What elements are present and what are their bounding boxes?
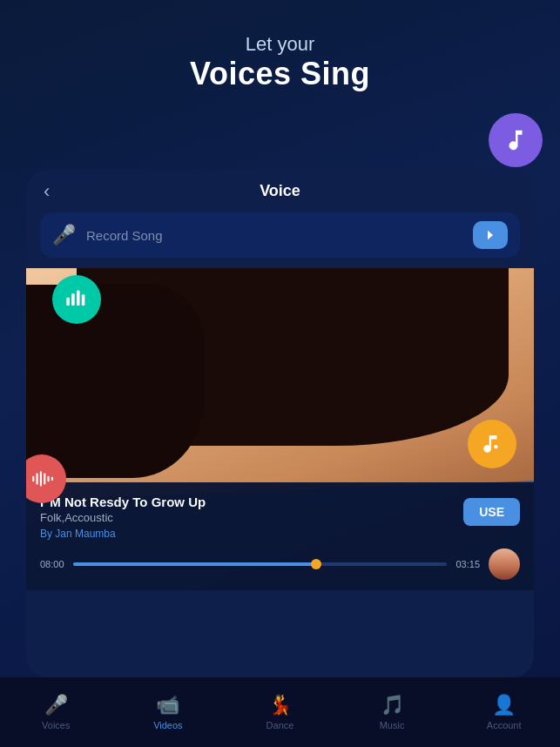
song-title: I"M Not Resdy To Grow Up bbox=[40, 495, 453, 509]
header-title: Voices Sing bbox=[0, 56, 560, 92]
voices-icon: 🎤 bbox=[44, 694, 68, 717]
arrow-right-icon bbox=[482, 227, 498, 243]
eq-button[interactable] bbox=[52, 275, 101, 324]
svg-rect-11 bbox=[51, 477, 53, 481]
bottom-navigation: 🎤 Voices 📹 Videos 💃 Dance 🎵 Music 👤 Acco… bbox=[0, 677, 560, 747]
person-area: I"M Not Resdy To Grow Up Folk,Accoustic … bbox=[26, 268, 534, 590]
progress-thumb bbox=[311, 559, 321, 569]
back-button[interactable]: ‹ bbox=[44, 180, 50, 203]
song-genre: Folk,Accoustic bbox=[40, 511, 453, 524]
record-row[interactable]: 🎤 Record Song bbox=[40, 212, 520, 258]
nav-item-account[interactable]: 👤 Account bbox=[448, 694, 560, 730]
song-info-card: I"M Not Resdy To Grow Up Folk,Accoustic … bbox=[26, 482, 534, 590]
nav-label-voices: Voices bbox=[42, 720, 70, 730]
header-subtitle: Let your bbox=[0, 33, 560, 56]
use-button[interactable]: USE bbox=[463, 498, 520, 526]
music-note-icon bbox=[503, 127, 529, 153]
music-float-button[interactable] bbox=[468, 420, 516, 468]
nav-label-account: Account bbox=[487, 720, 522, 730]
dance-icon: 💃 bbox=[268, 694, 292, 717]
progress-fill bbox=[73, 562, 316, 566]
time-start: 08:00 bbox=[40, 559, 64, 569]
nav-label-dance: Dance bbox=[267, 720, 294, 730]
avatar-thumbnail bbox=[489, 548, 520, 580]
progress-row: 08:00 03:15 bbox=[40, 548, 520, 580]
nav-item-dance[interactable]: 💃 Dance bbox=[224, 694, 336, 730]
equalizer-icon bbox=[64, 287, 89, 312]
svg-rect-7 bbox=[37, 474, 38, 485]
videos-icon: 📹 bbox=[156, 694, 179, 717]
progress-track[interactable] bbox=[73, 562, 448, 566]
music-float-icon bbox=[481, 433, 503, 455]
main-card: ‹ Voice 🎤 Record Song bbox=[26, 170, 534, 677]
music-icon: 🎵 bbox=[381, 694, 404, 717]
song-details: I"M Not Resdy To Grow Up Folk,Accoustic … bbox=[40, 495, 453, 540]
svg-rect-10 bbox=[48, 476, 50, 482]
nav-item-music[interactable]: 🎵 Music bbox=[336, 694, 449, 730]
waveform-icon bbox=[30, 468, 53, 490]
time-end: 03:15 bbox=[455, 559, 480, 569]
avatar-image bbox=[489, 548, 520, 580]
song-info-top: I"M Not Resdy To Grow Up Folk,Accoustic … bbox=[40, 495, 520, 540]
svg-point-4 bbox=[485, 447, 489, 450]
song-author: By Jan Maumba bbox=[40, 528, 453, 540]
account-icon: 👤 bbox=[492, 694, 516, 717]
card-header: ‹ Voice bbox=[26, 170, 534, 212]
svg-rect-1 bbox=[71, 293, 75, 306]
app-header: Let your Voices Sing bbox=[0, 0, 560, 92]
record-label: Record Song bbox=[86, 228, 462, 243]
card-title: Voice bbox=[260, 182, 300, 200]
svg-rect-8 bbox=[40, 471, 42, 486]
nav-item-videos[interactable]: 📹 Videos bbox=[112, 694, 225, 730]
svg-rect-9 bbox=[44, 474, 45, 485]
nav-label-videos: Videos bbox=[153, 720, 182, 730]
nav-item-voices[interactable]: 🎤 Voices bbox=[0, 694, 112, 730]
mic-icon: 🎤 bbox=[52, 224, 76, 246]
nav-label-music: Music bbox=[380, 720, 405, 730]
svg-rect-0 bbox=[66, 298, 70, 306]
svg-point-5 bbox=[494, 445, 497, 448]
svg-rect-3 bbox=[82, 294, 85, 306]
svg-rect-6 bbox=[32, 476, 34, 482]
record-arrow-button[interactable] bbox=[473, 221, 508, 249]
music-note-button[interactable] bbox=[489, 113, 543, 167]
svg-rect-2 bbox=[77, 291, 80, 306]
